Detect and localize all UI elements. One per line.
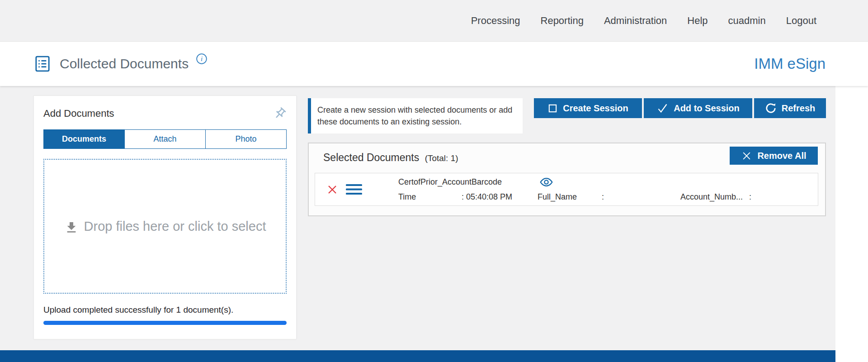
refresh-label: Refresh: [782, 103, 815, 114]
remove-all-label: Remove All: [757, 151, 806, 161]
add-documents-panel: Add Documents Documents Attach Photo Dro…: [33, 95, 297, 339]
file-dropzone[interactable]: Drop files here or click to select: [43, 159, 287, 294]
field-value-full-name: :: [602, 192, 680, 202]
add-to-session-button[interactable]: Add to Session: [644, 98, 752, 118]
add-to-session-icon: [656, 102, 669, 114]
create-session-label: Create Session: [563, 103, 628, 114]
session-actions: Create Session Add to Session Refresh: [534, 98, 826, 118]
delete-row-icon[interactable]: [323, 184, 341, 195]
svg-text:i: i: [201, 55, 203, 62]
nav-item-cuadmin[interactable]: cuadmin: [728, 15, 766, 27]
download-icon: [64, 220, 79, 235]
selected-documents-title: Selected Documents (Total: 1): [323, 152, 458, 164]
document-row: CertofPrior_AccountBarcode Time : 05:40:…: [315, 173, 818, 206]
upload-progress-bar: [43, 321, 287, 325]
nav-item-processing[interactable]: Processing: [471, 15, 520, 27]
dropzone-label: Drop files here or click to select: [84, 219, 266, 234]
nav-item-reporting[interactable]: Reporting: [541, 15, 584, 27]
nav-item-administration[interactable]: Administration: [604, 15, 667, 27]
info-icon[interactable]: i: [196, 53, 208, 65]
field-label-account-number: Account_Numb...: [680, 192, 749, 202]
top-nav: Processing Reporting Administration Help…: [0, 0, 868, 42]
selected-documents-panel: Selected Documents (Total: 1) Remove All…: [308, 143, 826, 216]
main-content: Add Documents Documents Attach Photo Dro…: [0, 86, 835, 350]
document-name: CertofPrior_AccountBarcode: [398, 177, 539, 187]
create-session-icon: [547, 103, 558, 114]
add-documents-header: Add Documents: [43, 107, 287, 120]
tab-documents[interactable]: Documents: [44, 130, 125, 148]
session-note: Create a new session with selected docum…: [308, 98, 523, 133]
field-value-account-number: :: [749, 192, 751, 202]
field-label-time: Time: [398, 192, 462, 202]
add-to-session-label: Add to Session: [674, 103, 740, 114]
brand-logo: IMM eSign: [754, 55, 826, 72]
preview-eye-icon[interactable]: [539, 177, 553, 187]
page-header: Collected Documents i IMM eSign: [0, 42, 868, 86]
nav-item-logout[interactable]: Logout: [786, 15, 816, 27]
tab-photo[interactable]: Photo: [206, 130, 286, 148]
refresh-button[interactable]: Refresh: [754, 98, 826, 118]
field-value-time: : 05:40:08 PM: [462, 192, 538, 202]
nav-item-help[interactable]: Help: [687, 15, 708, 27]
footer-bar: [0, 350, 835, 362]
create-session-button[interactable]: Create Session: [534, 98, 642, 118]
collected-documents-icon: [33, 55, 52, 73]
page-title: Collected Documents: [60, 56, 189, 71]
session-note-text: Create a new session with selected docum…: [317, 105, 512, 126]
add-documents-title: Add Documents: [43, 108, 114, 119]
field-label-full-name: Full_Name: [538, 192, 602, 202]
remove-all-icon: [741, 150, 752, 162]
refresh-icon: [765, 102, 777, 114]
document-row-content: CertofPrior_AccountBarcode Time : 05:40:…: [398, 177, 751, 202]
selected-documents-total: (Total: 1): [425, 153, 458, 163]
pin-icon[interactable]: [273, 107, 287, 120]
drag-handle-icon[interactable]: [346, 183, 362, 195]
add-documents-tabs: Documents Attach Photo: [43, 129, 287, 149]
selected-documents-title-text: Selected Documents: [323, 152, 419, 163]
remove-all-button[interactable]: Remove All: [730, 147, 818, 165]
upload-status-text: Upload completed successfully for 1 docu…: [43, 305, 287, 315]
tab-attach[interactable]: Attach: [125, 130, 206, 148]
